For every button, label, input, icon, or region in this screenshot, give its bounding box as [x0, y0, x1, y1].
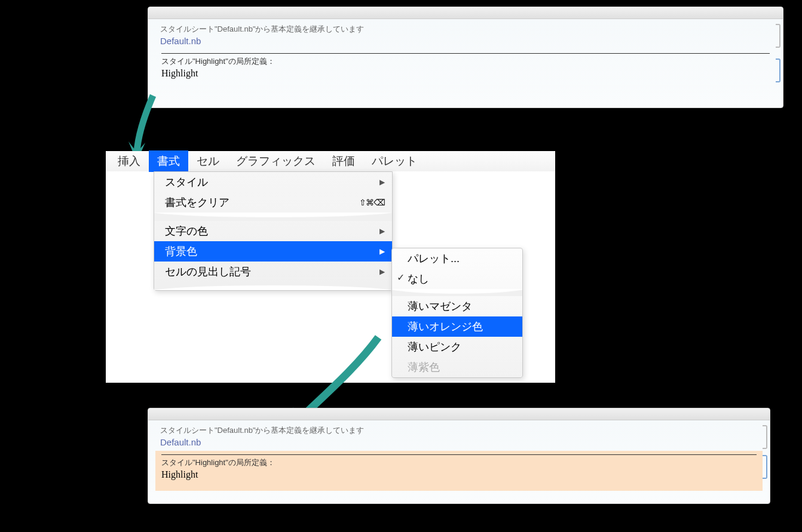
inheritance-text: スタイルシート"Default.nb"から基本定義を継承しています — [148, 420, 770, 437]
dropdown-label: 書式をクリア — [165, 195, 229, 210]
dropdown-label: セルの見出し記号 — [165, 265, 251, 279]
menu-tear-icon — [154, 282, 392, 290]
default-stylesheet-link[interactable]: Default.nb — [148, 36, 783, 48]
chevron-right-icon: ▶ — [379, 227, 385, 235]
submenu-palette[interactable]: パレット... — [392, 248, 522, 269]
menu-evaluation[interactable]: 評価 — [324, 150, 363, 172]
menu-cell[interactable]: セル — [188, 150, 228, 172]
chevron-right-icon: ▶ — [379, 247, 385, 256]
style-definition-label: スタイル"Highlight"の局所定義： — [161, 53, 770, 67]
dropdown-background-color[interactable]: 背景色 ▶ — [154, 241, 392, 262]
style-name-text: Highlight — [161, 469, 757, 480]
inheritance-text: スタイルシート"Default.nb"から基本定義を継承しています — [148, 19, 783, 36]
submenu-label: 薄いピンク — [408, 341, 461, 353]
cell-bracket[interactable] — [763, 425, 767, 449]
style-definition-cell[interactable]: スタイル"Highlight"の局所定義： Highlight — [155, 451, 763, 491]
dropdown-cell-dingbat[interactable]: セルの見出し記号 ▶ — [154, 262, 392, 282]
submenu-light-magenta[interactable]: 薄いマゼンタ — [392, 296, 522, 316]
chevron-right-icon: ▶ — [379, 267, 385, 276]
keyboard-shortcut: ⇧⌘⌫ — [359, 198, 385, 207]
dropdown-style[interactable]: スタイル ▶ — [154, 172, 392, 192]
menu-insert[interactable]: 挿入 — [109, 150, 149, 172]
submenu-light-orange[interactable]: 薄いオレンジ色 — [392, 316, 522, 337]
submenu-label: 薄いオレンジ色 — [408, 321, 483, 333]
dropdown-text-color[interactable]: 文字の色 ▶ — [154, 221, 392, 241]
stylesheet-panel-after: スタイルシート"Default.nb"から基本定義を継承しています Defaul… — [148, 408, 770, 504]
background-color-submenu: パレット... ✓ なし 薄いマゼンタ 薄いオレンジ色 薄いピンク 薄紫色 — [391, 248, 523, 378]
menubar: 挿入 書式 セル グラフィックス 評価 パレット — [106, 151, 555, 171]
cell-bracket[interactable] — [776, 59, 780, 82]
stylesheet-panel-before: スタイルシート"Default.nb"から基本定義を継承しています Defaul… — [148, 7, 783, 108]
dropdown-label: 背景色 — [165, 244, 197, 259]
menu-screenshot: 挿入 書式 セル グラフィックス 評価 パレット スタイル ▶ 書式をクリア ⇧… — [106, 151, 555, 383]
titlebar[interactable] — [148, 7, 783, 19]
menu-graphics[interactable]: グラフィックス — [228, 150, 324, 172]
submenu-label: パレット... — [408, 253, 460, 265]
submenu-none[interactable]: ✓ なし — [392, 269, 522, 289]
dropdown-label: スタイル — [165, 175, 208, 189]
menu-palettes[interactable]: パレット — [363, 150, 426, 172]
format-dropdown: スタイル ▶ 書式をクリア ⇧⌘⌫ 文字の色 ▶ 背景色 ▶ セルの見出し記号 … — [154, 171, 393, 291]
submenu-light-purple[interactable]: 薄紫色 — [392, 357, 522, 377]
submenu-label: 薄紫色 — [408, 361, 440, 373]
menu-format[interactable]: 書式 — [149, 150, 188, 172]
titlebar[interactable] — [148, 408, 770, 420]
cell-bracket[interactable] — [763, 455, 767, 479]
style-definition-cell[interactable]: スタイル"Highlight"の局所定義： Highlight — [155, 50, 776, 90]
submenu-label: 薄いマゼンタ — [408, 300, 472, 312]
style-name-text: Highlight — [161, 68, 770, 79]
default-stylesheet-link[interactable]: Default.nb — [148, 437, 770, 450]
menu-tear-icon — [392, 289, 522, 296]
check-icon: ✓ — [397, 272, 405, 283]
dropdown-clear-format[interactable]: 書式をクリア ⇧⌘⌫ — [154, 192, 392, 213]
submenu-light-pink[interactable]: 薄いピンク — [392, 337, 522, 357]
submenu-label: なし — [408, 273, 429, 285]
cell-bracket[interactable] — [776, 24, 780, 48]
menu-tear-icon — [154, 213, 392, 221]
style-definition-label: スタイル"Highlight"の局所定義： — [161, 454, 757, 468]
dropdown-label: 文字の色 — [165, 224, 208, 238]
chevron-right-icon: ▶ — [379, 178, 385, 186]
